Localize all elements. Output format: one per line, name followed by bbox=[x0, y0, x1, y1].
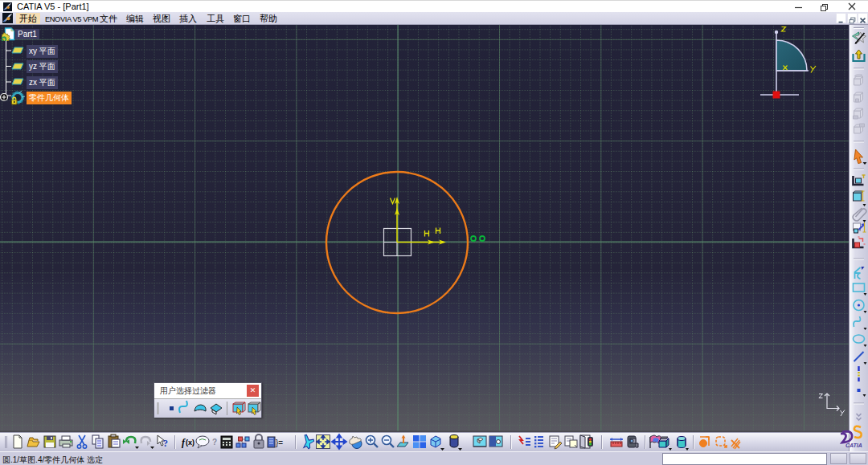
svg-text:CATIA: CATIA bbox=[845, 443, 862, 448]
svg-text:?: ? bbox=[163, 438, 168, 449]
svg-text:}=: }= bbox=[276, 438, 283, 447]
svg-text:?: ? bbox=[212, 438, 217, 447]
svg-text:(x): (x) bbox=[186, 438, 194, 447]
